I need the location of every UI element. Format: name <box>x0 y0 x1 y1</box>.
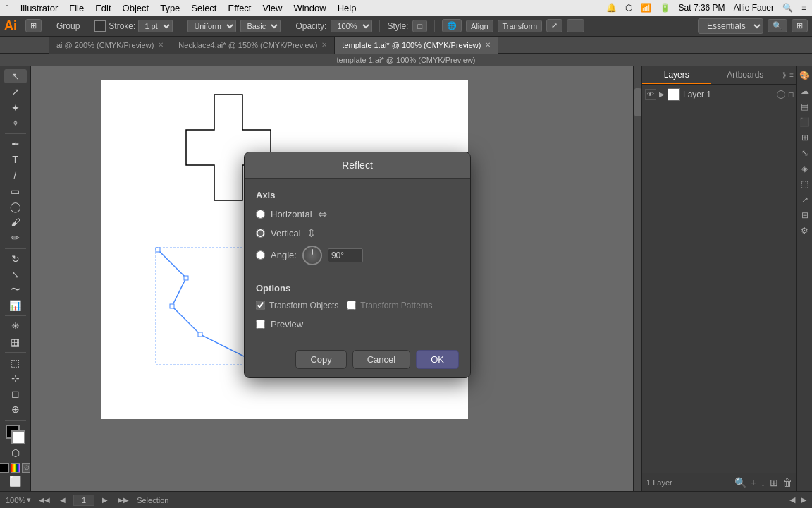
background-color[interactable] <box>11 430 25 445</box>
zoom-dropdown-icon[interactable]: ▾ <box>27 495 31 504</box>
layers-tab[interactable]: Layers <box>642 66 711 84</box>
search-btn[interactable]: 🔍 <box>768 19 787 32</box>
layer-arrow-icon[interactable]: ▶ <box>659 90 665 98</box>
menu-file[interactable]: File <box>69 3 84 13</box>
new-layer-btn[interactable]: + <box>751 477 756 488</box>
color-mode-gradient[interactable] <box>11 463 20 473</box>
menu-edit[interactable]: Edit <box>95 3 111 13</box>
gdrive-icon[interactable]: ⬡ <box>625 3 632 13</box>
apple-menu[interactable]:  <box>6 3 9 13</box>
angle-dial[interactable] <box>302 246 322 265</box>
transform-objects-label[interactable]: Transform Objects <box>269 301 338 310</box>
page-input[interactable] <box>73 495 94 506</box>
angle-radio[interactable] <box>256 250 265 260</box>
menu-select[interactable]: Select <box>191 3 216 13</box>
warp-tool[interactable]: 〜 <box>4 283 27 297</box>
horizontal-radio[interactable] <box>256 210 265 219</box>
lasso-tool[interactable]: ⌖ <box>4 116 27 131</box>
layers-right-btn[interactable]: ⬛ <box>799 116 811 128</box>
transform-right-btn[interactable]: ⤡ <box>799 147 811 159</box>
uniform-select[interactable]: Uniform <box>187 20 236 32</box>
rotate-tool[interactable]: ↻ <box>4 251 27 265</box>
layer-lock-icon[interactable]: ◻ <box>788 90 794 98</box>
workspace-btn[interactable]: ⊞ <box>25 19 42 32</box>
canvas-area[interactable]: Reflect Axis Horizontal ⇔ Vertical ⇕ <box>31 66 641 491</box>
layer-1-row[interactable]: 👁 ▶ Layer 1 ◻ <box>642 85 796 104</box>
align-right-btn[interactable]: ⊞ <box>799 131 811 144</box>
symbol-sprayer-tool[interactable]: ✳ <box>4 319 27 333</box>
transform-patterns-checkbox[interactable] <box>347 301 356 310</box>
tab-3-close[interactable]: ✕ <box>485 41 491 49</box>
image-trace-btn[interactable]: ⊟ <box>799 209 811 222</box>
color-mode-none[interactable]: ∅ <box>22 463 32 473</box>
screen-mode-btn[interactable]: ⬜ <box>4 474 27 488</box>
tab-1[interactable]: ai @ 200% (CMYK/Preview) ✕ <box>49 37 171 54</box>
asset-export-btn[interactable]: ↗ <box>799 193 811 206</box>
transform-patterns-label[interactable]: Transform Patterns <box>360 301 432 310</box>
rect-tool[interactable]: ▭ <box>4 184 27 198</box>
selection-tool[interactable]: ↖ <box>4 69 27 83</box>
horizontal-label[interactable]: Horizontal <box>271 209 312 219</box>
pencil-tool[interactable]: ✏ <box>4 231 27 245</box>
basic-select[interactable]: Basic <box>240 20 281 32</box>
eraser-tool[interactable]: ◻ <box>4 387 27 401</box>
graph-tool[interactable]: 📊 <box>4 298 27 313</box>
style-btn[interactable]: □ <box>412 20 427 32</box>
vertical-radio[interactable] <box>256 229 265 238</box>
preview-label[interactable]: Preview <box>271 319 303 329</box>
color-mode-color[interactable] <box>0 463 9 473</box>
tab-3[interactable]: template 1.ai* @ 100% (CMYK/Preview) ✕ <box>335 37 498 54</box>
properties-btn[interactable]: ▤ <box>799 100 811 113</box>
tab-1-close[interactable]: ✕ <box>158 41 164 49</box>
zoom-control[interactable]: 100% ▾ <box>6 495 31 504</box>
move-layer-btn[interactable]: ↓ <box>761 477 765 488</box>
direct-selection-tool[interactable]: ↗ <box>4 85 27 99</box>
menu-view[interactable]: View <box>263 3 283 13</box>
type-tool[interactable]: T <box>4 152 27 167</box>
stroke-width-select[interactable]: 1 pt <box>138 20 173 32</box>
pen-tool[interactable]: ✒ <box>4 137 27 151</box>
scroll-left-btn[interactable]: ◀ <box>789 495 795 504</box>
menu-type[interactable]: Type <box>160 3 180 13</box>
panel-menu-btn[interactable]: ≡ <box>789 71 794 79</box>
paintbrush-tool[interactable]: 🖌 <box>4 215 27 229</box>
search-layer-btn[interactable]: 🔍 <box>734 477 746 488</box>
search-icon[interactable]: 🔍 <box>782 3 793 13</box>
vertical-label[interactable]: Vertical <box>271 228 301 238</box>
angle-label[interactable]: Angle: <box>271 250 297 260</box>
transform-btn[interactable]: Transform <box>498 20 543 32</box>
settings-btn[interactable]: ⚙ <box>799 224 811 237</box>
layer-visibility-icon[interactable]: 👁 <box>645 89 656 100</box>
preview-checkbox[interactable] <box>256 320 265 329</box>
stroke-swatch[interactable] <box>94 20 106 32</box>
transform-objects-checkbox[interactable] <box>256 301 265 310</box>
align-btn[interactable]: Align <box>466 20 493 32</box>
tab-2[interactable]: Necklace4.ai* @ 150% (CMYK/Preview) ✕ <box>171 37 335 54</box>
arrange-btn[interactable]: ⤢ <box>546 19 562 32</box>
color-panel-btn[interactable]: 🎨 <box>799 69 811 82</box>
layer-name[interactable]: Layer 1 <box>683 90 774 99</box>
line-tool[interactable]: / <box>4 168 27 182</box>
layer-target-icon[interactable] <box>777 90 785 99</box>
notification-icon[interactable]: 🔔 <box>606 3 617 13</box>
opacity-select[interactable]: 100% <box>331 20 372 32</box>
prev-btn[interactable]: ◀ <box>58 495 68 504</box>
panel-expand-btn[interactable]: ⟫ <box>782 71 787 79</box>
pathfinder-btn[interactable]: ◈ <box>799 162 811 175</box>
menu-object[interactable]: Object <box>123 3 149 13</box>
copy-button[interactable]: Copy <box>295 350 346 369</box>
control-strip-icon[interactable]: ≡ <box>801 3 806 13</box>
menu-help[interactable]: Help <box>338 3 357 13</box>
fill-stroke-toggle[interactable]: ⬡ <box>4 446 27 460</box>
globe-btn[interactable]: 🌐 <box>442 19 462 32</box>
libraries-btn[interactable]: ☁ <box>799 85 811 97</box>
prev-page-btn[interactable]: ◀◀ <box>37 495 52 504</box>
menu-window[interactable]: Window <box>293 3 326 13</box>
zoom-tool[interactable]: ⊕ <box>4 402 27 416</box>
tab-2-close[interactable]: ✕ <box>321 41 327 49</box>
essentials-select[interactable]: Essentials <box>698 18 763 34</box>
artboards-right-btn[interactable]: ⬚ <box>799 178 811 190</box>
expand-btn[interactable]: ⊞ <box>792 19 808 32</box>
fg-bg-colors[interactable] <box>6 425 25 445</box>
ok-button[interactable]: OK <box>416 350 459 369</box>
